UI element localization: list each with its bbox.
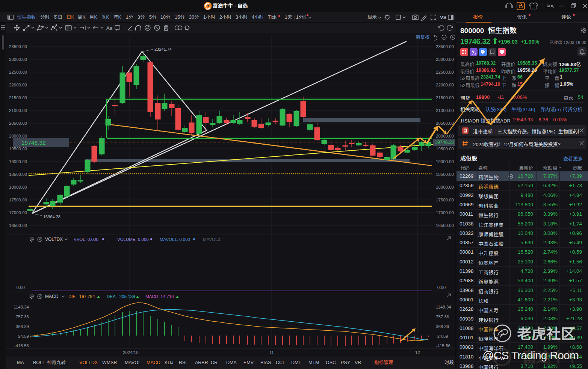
svg-text:22500.00: 22500.00	[436, 70, 454, 74]
svg-text:23500.00: 23500.00	[436, 44, 454, 49]
svg-text:VS: VS	[440, 15, 447, 20]
svg-text:21500.00: 21500.00	[9, 95, 27, 100]
svg-text:12: 12	[415, 350, 420, 355]
svg-text:23000.00: 23000.00	[9, 57, 27, 62]
svg-text:17000.00: 17000.00	[9, 210, 27, 215]
svg-text:2: 2	[474, 52, 476, 55]
svg-text:DEA: -205.139: DEA: -205.139	[107, 294, 135, 299]
svg-text:-24.59: -24.59	[436, 334, 448, 339]
svg-text:19000.00: 19000.00	[9, 159, 27, 164]
svg-text:18500.00: 18500.00	[9, 172, 27, 177]
svg-text:-24.59: -24.59	[17, 334, 29, 339]
svg-text:VOLTDX: VOLTDX	[45, 237, 63, 242]
svg-text:17500.00: 17500.00	[9, 198, 27, 202]
svg-text:-0.00: -0.00	[15, 285, 25, 290]
svg-text:21000.00: 21000.00	[436, 108, 454, 113]
svg-text:3: 3	[56, 29, 57, 31]
svg-text:18500.00: 18500.00	[436, 172, 454, 177]
svg-text:21000.00: 21000.00	[9, 108, 27, 113]
svg-text:366.39: 366.39	[16, 324, 29, 329]
svg-text:757.36: 757.36	[436, 315, 449, 319]
svg-text:前复权: 前复权	[416, 35, 430, 40]
svg-text:19746.32: 19746.32	[21, 139, 46, 146]
svg-text:22000.00: 22000.00	[9, 83, 27, 87]
svg-text:366.39: 366.39	[436, 324, 449, 329]
svg-text:23000.00: 23000.00	[436, 57, 454, 62]
svg-text:-415.56: -415.56	[436, 343, 450, 348]
svg-text:DIF: -197.784: DIF: -197.784	[68, 294, 95, 299]
svg-text:20000.00: 20000.00	[436, 134, 454, 138]
svg-text:MAVOL1: 0.000: MAVOL1: 0.000	[160, 237, 190, 242]
svg-text:16500.00: 16500.00	[9, 223, 27, 228]
svg-text:23241.74: 23241.74	[154, 47, 172, 51]
svg-text:1148.34: 1148.34	[436, 305, 451, 309]
svg-text:20500.00: 20500.00	[9, 121, 27, 126]
svg-text:-0.00: -0.00	[436, 285, 446, 290]
svg-text:20500.00: 20500.00	[436, 121, 454, 126]
svg-text:VVOL: 0.000: VVOL: 0.000	[74, 237, 98, 242]
svg-text:18000.00: 18000.00	[9, 185, 27, 189]
svg-text:17000.00: 17000.00	[436, 210, 454, 215]
svg-text:16964.28: 16964.28	[43, 215, 60, 219]
svg-text:11: 11	[269, 350, 274, 355]
svg-text:19000.00: 19000.00	[436, 159, 454, 164]
svg-text::: :	[108, 237, 109, 242]
svg-text:18000.00: 18000.00	[436, 185, 454, 189]
svg-text:Aa: Aa	[106, 25, 113, 31]
svg-text:19746.32: 19746.32	[435, 140, 454, 145]
svg-text:757.36: 757.36	[16, 315, 29, 319]
svg-text:16500.00: 16500.00	[436, 223, 454, 228]
svg-text:MACD: 14.710: MACD: 14.710	[145, 294, 174, 299]
svg-text:-415.56: -415.56	[14, 343, 29, 348]
svg-text:17500.00: 17500.00	[436, 198, 454, 202]
svg-text:20000.00: 20000.00	[9, 134, 27, 138]
svg-text:MACD: MACD	[45, 294, 59, 299]
svg-text:19500.00: 19500.00	[436, 147, 454, 151]
svg-text:21500.00: 21500.00	[436, 95, 454, 100]
svg-text:19500.00: 19500.00	[9, 147, 27, 151]
svg-text:MAVOL2:: MAVOL2:	[203, 237, 221, 242]
svg-text:22000.00: 22000.00	[436, 83, 454, 87]
svg-text:1148.34: 1148.34	[14, 305, 29, 309]
svg-text:23500.00: 23500.00	[9, 44, 27, 49]
svg-text:VOLUME: 0.000: VOLUME: 0.000	[117, 237, 149, 242]
svg-text:2024/10: 2024/10	[123, 350, 139, 355]
svg-text:22500.00: 22500.00	[9, 70, 27, 74]
